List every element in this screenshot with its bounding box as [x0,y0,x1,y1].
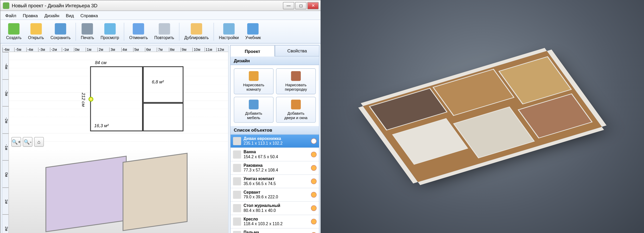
add-doors-icon [291,100,301,109]
draw-wall-icon [291,71,301,81]
maximize-button[interactable]: ◻ [295,2,307,9]
object-item[interactable]: Ванна154.2 x 67.5 x 50.4 [231,148,319,161]
home-button[interactable]: ⌂ [34,137,44,146]
titlebar: Новый проект - Дизайн Интерьера 3D — ◻ ✕ [1,1,321,11]
minimize-button[interactable]: — [283,2,294,9]
toolbar-create-button[interactable]: Создать [3,22,24,41]
redo-icon [158,23,170,35]
add-doors-button[interactable]: Добавитьдвери и окна [276,97,316,123]
zoom-in-button[interactable]: 🔍+ [11,137,21,146]
room1-area: 16,3 м² [94,123,109,128]
tab-project[interactable]: Проект [230,45,275,57]
settings-icon [223,23,235,35]
app-icon [3,2,9,9]
main-toolbar: СоздатьОткрытьСохранитьПечатьПросмотрОтм… [1,20,321,43]
open-icon [30,23,42,35]
print-icon [82,23,93,35]
object-thumbnail-icon [233,191,241,199]
ruler-vertical: -4м-3м-2м-1м0м1м2м [2,52,9,233]
visibility-toggle-icon[interactable] [311,152,317,157]
floorplan-3d-view[interactable] [9,149,228,233]
close-button[interactable]: ✕ [307,2,319,9]
toolbar-print-button[interactable]: Печать [78,22,97,41]
zoom-out-button[interactable]: 🔍- [23,137,32,146]
object-item[interactable]: Диван еврокнижка235.1 x 113.1 x 102.2 [231,134,319,148]
side-panel: Проект Свойства Дизайн Нарисоватькомнату… [230,45,320,233]
visibility-toggle-icon[interactable] [311,219,317,224]
add-furniture-icon [249,100,258,109]
object-item[interactable]: Пальма127.4 x 116.2 x 158.5 [231,229,319,233]
draw-room-icon [249,71,258,81]
object-item[interactable]: Раковина77.3 x 57.2 x 108.4 [231,161,319,175]
visibility-toggle-icon[interactable] [311,205,317,211]
draw-wall-button[interactable]: Нарисоватьперегородку [276,68,316,94]
object-thumbnail-icon [233,231,241,233]
floorplan-2d-view[interactable]: 16,3 м² 6,8 м² 84 см 212 см 🔍+ 🔍- ⌂ [9,52,228,149]
visibility-toggle-icon[interactable] [311,138,317,144]
room-2[interactable]: 6,8 м² [143,66,183,103]
create-icon [8,23,20,35]
ruler-horizontal: -6м-5м-4м-3м-2м-1м0м1м2м3м4м5м6м7м8м9м10… [2,46,228,52]
object-list: Диван еврокнижка235.1 x 113.1 x 102.2Ван… [231,134,319,233]
room-3[interactable] [143,103,183,131]
dim-h: 84 см [95,60,106,65]
menubar: ФайлПравкаДизайнВидСправка [1,11,321,20]
selection-handle[interactable] [88,97,93,102]
object-thumbnail-icon [233,218,241,226]
add-furniture-button[interactable]: Добавитьмебель [234,97,274,123]
object-thumbnail-icon [233,164,241,172]
object-item[interactable]: Кресло118.4 x 103.2 x 110.2 [231,215,319,228]
toolbar-redo-button[interactable]: Повторить [151,22,177,41]
duplicate-icon [191,23,202,35]
section-objects-header: Список объектов [231,126,319,135]
visibility-toggle-icon[interactable] [311,192,317,198]
menu-Справка[interactable]: Справка [77,11,101,19]
undo-icon [133,23,144,35]
tab-properties[interactable]: Свойства [275,45,320,57]
toolbar-open-button[interactable]: Открыть [25,22,47,41]
toolbar-save-button[interactable]: Сохранить [48,22,73,41]
menu-Дизайн[interactable]: Дизайн [41,11,63,19]
window-title: Новый проект - Дизайн Интерьера 3D [12,3,97,8]
draw-room-button[interactable]: Нарисоватькомнату [234,68,274,94]
menu-Правка[interactable]: Правка [20,11,41,19]
object-thumbnail-icon [233,177,241,185]
rendered-3d-floorplan [321,0,644,233]
toolbar-settings-button[interactable]: Настройки [216,22,241,41]
tutorial-icon [247,23,259,35]
toolbar-tutorial-button[interactable]: Учебник [243,22,264,41]
visibility-toggle-icon[interactable] [311,179,317,184]
object-item[interactable]: Сервант79.0 x 39.6 x 222.0 [231,188,319,201]
menu-Вид[interactable]: Вид [63,11,77,19]
dim-v: 212 см [81,93,86,107]
menu-Файл[interactable]: Файл [2,11,20,19]
object-item[interactable]: Унитаз компакт35.6 x 56.5 x 74.5 [231,175,319,188]
object-thumbnail-icon [233,150,241,158]
toolbar-duplicate-button[interactable]: Дублировать [181,22,212,41]
object-thumbnail-icon [233,204,241,212]
view-icon [104,23,116,35]
object-item[interactable]: Стол журнальный80.4 x 80.1 x 40.0 [231,202,319,215]
object-thumbnail-icon [233,137,241,145]
visibility-toggle-icon[interactable] [311,165,317,171]
room-1[interactable]: 16,3 м² [90,66,143,131]
save-icon [55,23,66,35]
toolbar-view-button[interactable]: Просмотр [98,22,122,41]
section-design-header: Дизайн [231,57,319,65]
toolbar-undo-button[interactable]: Отменить [126,22,151,41]
room2-area: 6,8 м² [152,79,164,84]
canvas-area: -6м-5м-4м-3м-2м-1м0м1м2м3м4м5м6м7м8м9м10… [2,45,228,233]
